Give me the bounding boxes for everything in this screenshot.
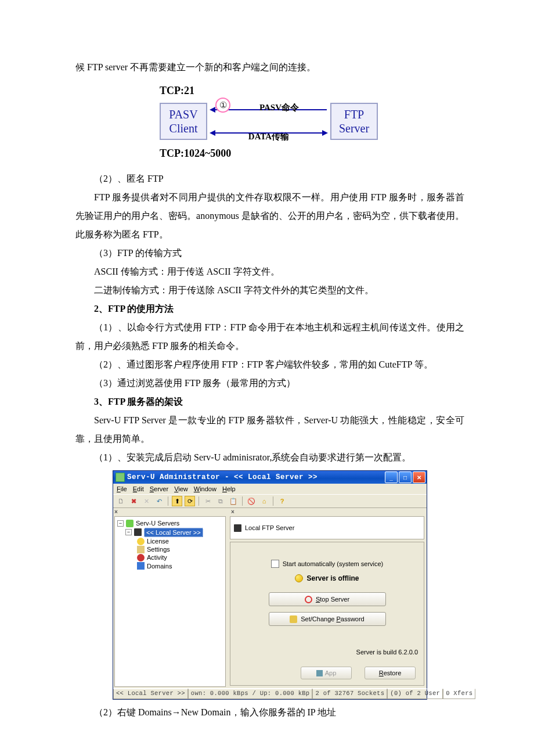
toolbar-copy-icon[interactable]: ⧉ (215, 496, 226, 506)
tree-local-server[interactable]: − << Local Server >> (125, 528, 223, 537)
tree-selected-label: << Local Server >> (144, 528, 203, 537)
toolbar: 🗋 ✖ ✕ ↶ ⬆ ⟳ ✂ ⧉ 📋 🚫 ⌂ ? (113, 494, 427, 508)
pasv-client-box: PASV Client (160, 103, 207, 140)
pasv-cmd-label: PASV命令 (221, 99, 337, 116)
tree-root[interactable]: − Serv-U Servers (117, 519, 223, 527)
servers-icon (126, 520, 134, 527)
h3-step1: （1）、安装完成后启动 Serv-U adminisrator,系统会自动要求进… (75, 448, 464, 467)
pasv-arrows: ① PASV命令 DATA传输 (211, 102, 327, 141)
heading-3: 3、FTP 服务器的架设 (75, 393, 464, 411)
section-2-text: FTP 服务提供者对不同用户提供的文件存取权限不一样。用户使用 FTP 服务时，… (75, 188, 464, 244)
lock-icon (290, 615, 297, 623)
toolbar-new-icon[interactable]: 🗋 (116, 496, 126, 506)
status-cell-users: (0) of 2 User (387, 689, 443, 699)
license-icon (137, 538, 145, 545)
toolbar-help-icon[interactable]: ? (277, 496, 287, 506)
menu-view[interactable]: View (174, 485, 188, 493)
menu-help[interactable]: Help (222, 485, 236, 493)
settings-icon (137, 546, 145, 553)
autostart-checkbox[interactable] (271, 560, 279, 568)
status-cell-xfers: 0 Xfers (443, 689, 475, 699)
pasv-tcp21-label: TCP:21 (160, 80, 370, 101)
toolbar-undo-icon[interactable]: ↶ (154, 496, 164, 506)
statusbar: << Local Server >> own: 0.000 kBps / Up:… (113, 688, 427, 699)
h2-item3: （3）通过浏览器使用 FTP 服务（最常用的方式） (75, 374, 464, 393)
disk-icon (316, 670, 323, 676)
section-2-title: （2）、匿名 FTP (75, 170, 464, 188)
menu-server[interactable]: Server (150, 485, 168, 493)
tree-settings[interactable]: Settings (137, 545, 223, 553)
bulb-icon (295, 574, 303, 582)
toolbar-delete2-icon[interactable]: ✕ (141, 496, 151, 506)
pasv-diagram: TCP:21 PASV Client ① PASV命令 DATA传输 FTP S… (160, 80, 380, 164)
tree-domains[interactable]: Domains (137, 562, 223, 570)
expand-toggle-icon[interactable]: − (125, 529, 132, 535)
left-pane-close-icon[interactable]: × (114, 508, 118, 516)
toolbar-separator (273, 496, 273, 506)
toolbar-delete-icon[interactable]: ✖ (128, 496, 139, 506)
right-pane-close-icon[interactable]: × (231, 508, 234, 516)
server-status: Server is offline (295, 574, 359, 584)
menu-window[interactable]: Window (194, 485, 217, 493)
ftp-server-box: FTP Server (330, 103, 378, 140)
apply-button[interactable]: App (301, 667, 352, 679)
h3-step2: （2）右键 Domains→New Domain，输入你服务器的 IP 地址 (75, 703, 464, 722)
pasv-port-range-label: TCP:1024~5000 (160, 143, 392, 164)
toolbar-separator (242, 496, 243, 506)
tree-activity[interactable]: Activity (137, 553, 223, 561)
h2-item2: （2）、通过图形客户程序使用 FTP：FTP 客户端软件较多，常用的如 Cute… (75, 355, 464, 374)
right-main-pane: Start automatically (system service) Ser… (230, 542, 424, 686)
pasv-data-label: DATA传输 (211, 128, 327, 145)
heading-2: 2、FTP 的使用方法 (75, 300, 464, 318)
activity-icon (137, 554, 145, 561)
right-header-text: Local FTP Server (245, 524, 294, 532)
toolbar-home-icon[interactable]: ⌂ (259, 496, 269, 506)
status-cell-sockets: 2 of 32767 Sockets (312, 689, 387, 699)
right-header-pane: Local FTP Server (230, 516, 424, 539)
tree-license[interactable]: License (137, 537, 223, 545)
section-3-line2: 二进制传输方式：用于传送除 ASCII 字符文件外的其它类型的文件。 (75, 281, 464, 300)
toolbar-paste-icon[interactable]: 📋 (228, 496, 239, 506)
h2-item1: （1）、以命令行方式使用 FTP：FTP 命令用于在本地主机和远程主机间传送文件… (75, 318, 464, 355)
left-tree-pane: − Serv-U Servers − << Local Server >> (114, 516, 226, 687)
servu-window: Serv-U Administrator - << Local Server >… (113, 470, 427, 700)
toolbar-folder-up-icon[interactable]: ⬆ (172, 496, 182, 506)
toolbar-cut-icon[interactable]: ✂ (203, 496, 213, 506)
paragraph-continuation: 候 FTP server 不再需要建立一个新的和客户端之间的连接。 (75, 58, 464, 77)
domains-icon (137, 562, 145, 570)
titlebar[interactable]: Serv-U Administrator - << Local Server >… (113, 471, 427, 484)
server-icon (134, 528, 142, 536)
toolbar-stop-icon[interactable]: 🚫 (246, 496, 257, 506)
maximize-button[interactable]: □ (399, 471, 412, 483)
app-icon (116, 473, 125, 482)
close-button[interactable]: ✕ (413, 471, 425, 483)
menu-edit[interactable]: Edit (133, 485, 144, 493)
autostart-label: Start automatically (system service) (283, 560, 384, 568)
toolbar-refresh-icon[interactable]: ⟳ (185, 496, 195, 506)
window-title: Serv-U Administrator - << Local Server >… (127, 473, 385, 482)
section-3-title: （3）FTP 的传输方式 (75, 244, 464, 262)
stop-server-button[interactable]: Stop Server (269, 592, 386, 606)
restore-button[interactable]: Restore (365, 667, 416, 679)
h3-text: Serv-U FTP Server 是一款专业的 FTP 服务器软件，Serve… (75, 411, 464, 448)
toolbar-separator (168, 496, 168, 506)
stop-icon (305, 596, 312, 603)
autostart-row[interactable]: Start automatically (system service) (230, 560, 424, 568)
expand-toggle-icon[interactable]: − (117, 520, 124, 527)
menu-file[interactable]: File (117, 485, 127, 493)
status-cell-bandwidth: own: 0.000 kBps / Up: 0.000 kBp (188, 689, 313, 699)
set-password-button[interactable]: Set/Change Password (269, 612, 386, 626)
server-icon (234, 524, 241, 532)
section-3-line1: ASCII 传输方式：用于传送 ASCII 字符文件。 (75, 262, 464, 281)
menubar: File Edit Server View Window Help (113, 484, 427, 494)
status-cell-server: << Local Server >> (113, 689, 188, 699)
build-label: Server is build 6.2.0.0 (356, 648, 418, 656)
minimize-button[interactable]: _ (385, 471, 398, 483)
toolbar-separator (199, 496, 199, 506)
